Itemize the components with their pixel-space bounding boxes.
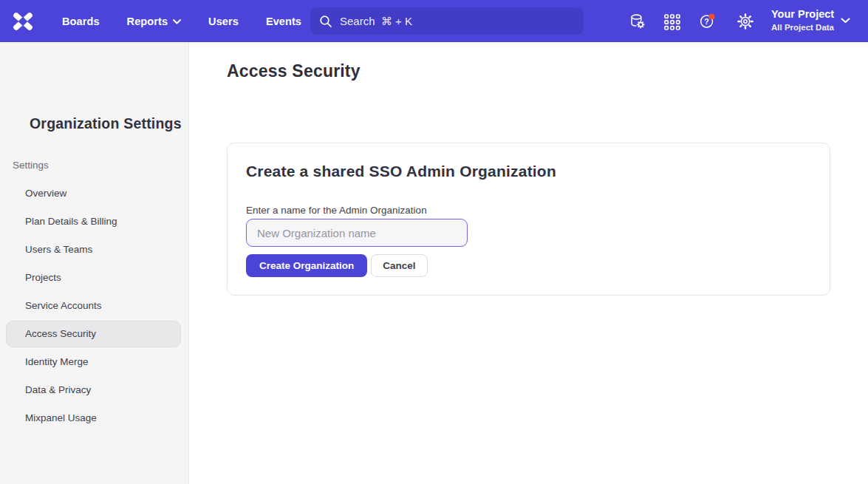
page-title: Access Security <box>227 61 360 81</box>
card-title: Create a shared SSO Admin Organization <box>246 163 556 180</box>
settings-gear-icon[interactable] <box>737 13 754 30</box>
nav-item-boards[interactable]: Boards <box>62 16 100 27</box>
nav-item-label: Reports <box>127 16 168 27</box>
top-nav: Boards Reports Users Events Search ⌘ + K <box>0 0 868 42</box>
search-input[interactable]: Search ⌘ + K <box>310 7 584 35</box>
org-name-input[interactable] <box>246 219 468 247</box>
sidebar-title: Organization Settings <box>30 115 182 132</box>
search-placeholder: Search ⌘ + K <box>340 15 412 28</box>
nav-item-reports[interactable]: Reports <box>127 16 182 27</box>
sidebar-item-identity-merge[interactable]: Identity Merge <box>0 348 188 376</box>
data-management-icon[interactable] <box>629 13 646 30</box>
sidebar-item-projects[interactable]: Projects <box>0 264 188 292</box>
cancel-button[interactable]: Cancel <box>371 254 427 277</box>
apps-grid-icon[interactable] <box>663 13 681 31</box>
sidebar-item-overview[interactable]: Overview <box>0 180 188 208</box>
help-icon[interactable]: ? <box>699 13 717 30</box>
sidebar-item-mixpanel-usage[interactable]: Mixpanel Usage <box>0 404 188 432</box>
main-content: Access Security 2FA & SSO Domain Claimin… <box>189 42 868 484</box>
chevron-down-icon <box>173 19 181 24</box>
nav-item-label: Events <box>266 16 301 27</box>
mixpanel-logo-icon[interactable] <box>13 11 33 32</box>
nav-item-label: Users <box>208 16 239 27</box>
chevron-down-icon[interactable] <box>841 18 850 24</box>
create-organization-button[interactable]: Create Organization <box>246 254 367 277</box>
sidebar-item-access-security[interactable]: Access Security <box>6 321 181 347</box>
nav-item-events[interactable]: Events <box>266 16 301 27</box>
sidebar-item-plan-details-billing[interactable]: Plan Details & Billing <box>0 208 188 236</box>
primary-nav: Boards Reports Users Events <box>62 0 301 42</box>
org-name-field-label: Enter a name for the Admin Organization <box>246 205 427 216</box>
card-actions: Create Organization Cancel <box>246 254 428 277</box>
sidebar-items: Overview Plan Details & Billing Users & … <box>0 180 188 432</box>
settings-sidebar: Organization Settings Settings Overview … <box>0 42 189 484</box>
sidebar-section-label: Settings <box>13 160 49 171</box>
shared-sso-card: Create a shared SSO Admin Organization E… <box>227 143 830 296</box>
sidebar-item-data-privacy[interactable]: Data & Privacy <box>0 376 188 404</box>
svg-text:?: ? <box>704 17 708 26</box>
nav-item-users[interactable]: Users <box>208 16 239 27</box>
sidebar-item-service-accounts[interactable]: Service Accounts <box>0 292 188 320</box>
sidebar-item-users-teams[interactable]: Users & Teams <box>0 236 188 264</box>
nav-item-label: Boards <box>62 16 100 27</box>
search-icon <box>319 15 332 28</box>
notification-badge <box>708 13 714 19</box>
